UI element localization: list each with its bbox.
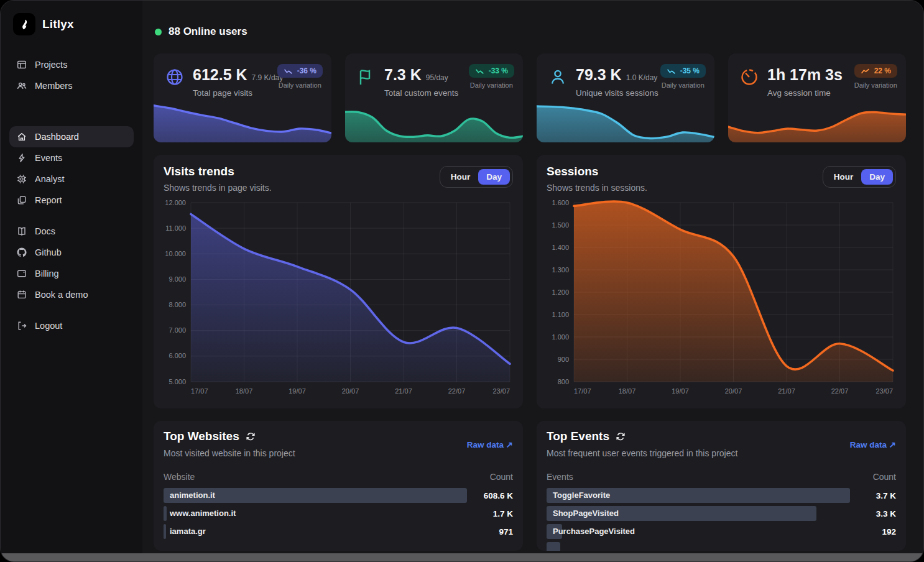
svg-text:5.000: 5.000 — [169, 378, 186, 385]
book-icon — [17, 226, 27, 236]
top-websites-panel: Top Websites Most visited website in thi… — [154, 421, 523, 551]
stat-label: Total custom events — [384, 88, 458, 98]
row-bar — [164, 506, 167, 521]
svg-text:800: 800 — [558, 378, 569, 385]
chart-title: Sessions — [547, 165, 647, 178]
stat-card-total-page-visits: 612.5 K7.9 K/day Total page visits -36 %… — [154, 53, 331, 142]
toggle-hour-button[interactable]: Hour — [826, 169, 862, 185]
table-row: ShopPageVisited 3.3 K — [547, 506, 896, 521]
stat-value: 1h 17m 3s — [767, 66, 843, 84]
sidebar-item-book-a-demo[interactable]: Book a demo — [9, 284, 134, 305]
sidebar-item-events[interactable]: Events — [9, 147, 134, 168]
trend-down-icon — [475, 68, 484, 75]
sparkline-chart — [537, 98, 714, 142]
daily-variation-badge: -33 % — [469, 64, 514, 78]
toggle-day-button[interactable]: Day — [478, 169, 510, 185]
refresh-icon[interactable] — [246, 431, 256, 441]
svg-text:18/07: 18/07 — [619, 387, 636, 395]
svg-text:10.000: 10.000 — [165, 250, 186, 257]
sparkline-chart — [154, 98, 331, 142]
svg-text:21/07: 21/07 — [395, 387, 412, 395]
stat-cards-row: 612.5 K7.9 K/day Total page visits -36 %… — [154, 53, 906, 142]
toggle-hour-button[interactable]: Hour — [443, 169, 479, 185]
calendar-icon — [17, 290, 27, 300]
sidebar-item-docs[interactable]: Docs — [9, 221, 134, 242]
window-bottom-scrollbar[interactable] — [1, 553, 923, 561]
sidebar-item-report[interactable]: Report — [9, 190, 134, 211]
svg-text:20/07: 20/07 — [342, 387, 359, 395]
stat-card-total-custom-events: 7.3 K95/day Total custom events -33 % Da… — [345, 53, 523, 142]
stat-card-unique-visits-sessions: 79.3 K1.0 K/day Unique visits sessions -… — [537, 53, 714, 142]
svg-text:7.000: 7.000 — [169, 326, 186, 334]
sidebar-item-members[interactable]: Members — [9, 75, 134, 96]
table-title: Top Websites — [164, 430, 239, 443]
table-row-clipped — [547, 542, 896, 551]
online-users: 88 Online users — [155, 25, 906, 38]
litlyx-logo — [13, 13, 35, 35]
sparkline-chart — [728, 98, 906, 142]
stat-rate: 1.0 K/day — [626, 73, 658, 82]
stat-value: 7.3 K — [384, 66, 422, 84]
sidebar-item-billing[interactable]: Billing — [9, 263, 134, 284]
online-users-label: 88 Online users — [169, 25, 247, 38]
raw-data-link[interactable]: Raw data ↗ — [850, 440, 896, 449]
column-header-events: Events — [547, 472, 573, 482]
svg-text:900: 900 — [558, 356, 569, 363]
table-subtitle: Most visited website in this project — [164, 448, 295, 458]
svg-text:22/07: 22/07 — [448, 387, 466, 395]
timer-icon — [739, 67, 759, 87]
sidebar-item-logout[interactable]: Logout — [9, 315, 134, 336]
toggle-day-button[interactable]: Day — [861, 169, 893, 185]
zap-icon — [17, 153, 27, 163]
svg-text:1.000: 1.000 — [552, 333, 569, 341]
svg-text:1.400: 1.400 — [552, 244, 569, 251]
chip-icon — [17, 174, 27, 184]
stat-rate: 95/day — [426, 73, 448, 82]
sidebar-item-dashboard[interactable]: Dashboard — [9, 126, 134, 147]
stat-value: 79.3 K — [576, 66, 622, 84]
window-icon — [17, 60, 27, 70]
users-icon — [17, 81, 27, 91]
table-title: Top Events — [547, 430, 609, 443]
daily-variation-badge: -36 % — [277, 64, 323, 78]
arrow-up-right-icon: ↗ — [889, 440, 896, 449]
top-events-panel: Top Events Most frequent user events tri… — [537, 421, 906, 551]
table-row: iamata.gr 971 — [164, 524, 513, 539]
svg-text:8.000: 8.000 — [169, 301, 186, 308]
daily-variation-badge: 22 % — [854, 64, 897, 78]
table-row: ToggleFavorite 3.7 K — [547, 488, 896, 503]
svg-text:21/07: 21/07 — [778, 387, 795, 395]
row-bar — [164, 524, 166, 539]
svg-text:9.000: 9.000 — [169, 275, 186, 283]
refresh-icon[interactable] — [616, 431, 626, 441]
svg-text:11.000: 11.000 — [165, 224, 186, 232]
svg-text:23/07: 23/07 — [492, 387, 510, 395]
chart-subtitle: Shows trends in page visits. — [164, 183, 272, 193]
arrow-up-right-icon: ↗ — [506, 440, 513, 449]
stat-card-avg-session-time: 1h 17m 3s Avg session time 22 % Daily va… — [728, 53, 906, 142]
sidebar-item-github[interactable]: Github — [9, 242, 134, 263]
github-icon — [17, 247, 27, 257]
svg-text:17/07: 17/07 — [574, 387, 591, 395]
app-window: Litlyx Projects Members Dashboard Events… — [0, 0, 924, 562]
svg-text:23/07: 23/07 — [875, 387, 893, 395]
svg-text:1.200: 1.200 — [552, 288, 569, 296]
sidebar-item-projects[interactable]: Projects — [9, 54, 134, 75]
main-content: 88 Online users 612.5 K7.9 K/day Total p… — [142, 1, 923, 561]
daily-variation-label: Daily variation — [277, 81, 323, 89]
svg-text:1.100: 1.100 — [552, 311, 569, 318]
table-row: animetion.it 608.6 K — [164, 488, 513, 503]
chart-title: Visits trends — [164, 165, 272, 178]
raw-data-link[interactable]: Raw data ↗ — [467, 440, 513, 449]
daily-variation-label: Daily variation — [469, 81, 514, 89]
table-row: www.animetion.it 1.7 K — [164, 506, 513, 521]
app-title: Litlyx — [42, 17, 74, 31]
visits-trends-panel: Visits trends Shows trends in page visit… — [154, 155, 523, 408]
stat-label: Avg session time — [767, 88, 847, 98]
tables-row: Top Websites Most visited website in thi… — [154, 421, 906, 551]
svg-text:1.500: 1.500 — [552, 221, 569, 229]
daily-variation-badge: -35 % — [660, 64, 706, 78]
hour-day-toggle: Hour Day — [440, 166, 513, 188]
credit-card-icon — [17, 269, 27, 279]
sidebar-item-analyst[interactable]: Analyst — [9, 168, 134, 190]
